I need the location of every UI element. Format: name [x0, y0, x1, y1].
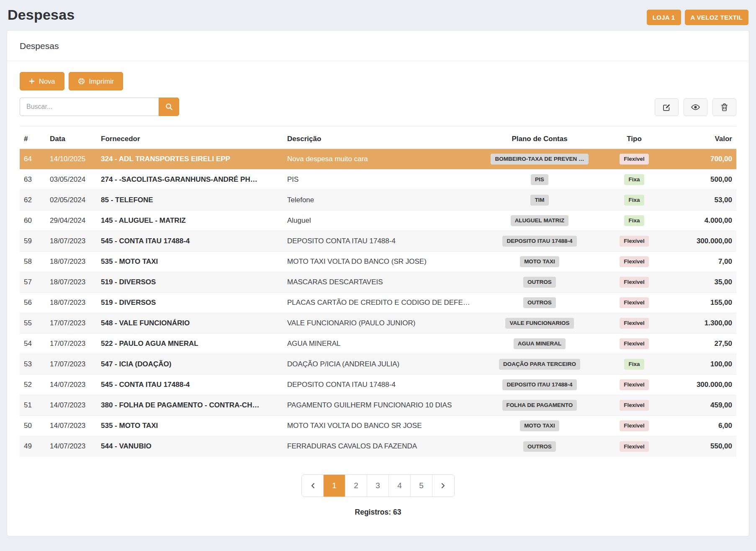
search-icon	[165, 103, 173, 111]
row-number: 49	[20, 436, 46, 457]
plan-badge: DEPOSITO ITAU 17488-4	[502, 236, 576, 247]
table-row[interactable]: 6029/04/2024145 - ALUGUEL - MATRIZAlugue…	[20, 211, 736, 231]
pagination-next-button[interactable]	[432, 475, 454, 497]
pagination-prev-button[interactable]	[302, 475, 324, 497]
page-button-3[interactable]: 3	[367, 475, 389, 497]
store-button-company[interactable]: A VELOZ TEXTIL	[685, 10, 748, 25]
row-description: MOTO TAXI VOLTA DO BANCO SR JOSE	[283, 416, 477, 436]
col-date: Data	[46, 126, 97, 149]
type-badge: Flexível	[620, 400, 649, 411]
plan-badge: TIM	[530, 195, 548, 206]
table-row[interactable]: 4914/07/2023544 - VANUBIOFERRADURAS CAVA…	[20, 436, 736, 457]
row-date: 17/07/2023	[46, 354, 97, 375]
row-type-cell: Fixa	[602, 190, 666, 211]
plan-badge: VALE FUNCIONARIOS	[505, 318, 573, 329]
expenses-table: # Data Fornecedor Descrição Plano de Con…	[20, 126, 736, 457]
table-row[interactable]: 5618/07/2023519 - DIVERSOSPLACAS CARTÃO …	[20, 293, 736, 313]
search-group	[20, 98, 179, 116]
type-badge: Flexível	[620, 256, 649, 267]
row-plan-cell: BOMBEIRO-TAXA DE PREVEN …	[477, 149, 602, 170]
page-button-2[interactable]: 2	[345, 475, 367, 497]
table-row[interactable]: 5417/07/2023522 - PAULO AGUA MNERALAGUA …	[20, 334, 736, 354]
table-row[interactable]: 6202/05/202485 - TELEFONETelefoneTIMFixa…	[20, 190, 736, 211]
row-supplier: 145 - ALUGUEL - MATRIZ	[97, 211, 283, 231]
row-value: 550,00	[666, 436, 736, 457]
page-header: Despesas LOJA 1 A VELOZ TEXTIL	[0, 0, 756, 30]
pagination-wrap: 12345	[20, 474, 736, 497]
row-plan-cell: ALUGUEL MATRIZ	[477, 211, 602, 231]
row-plan-cell: DEPOSITO ITAU 17488-4	[477, 231, 602, 252]
col-type: Tipo	[602, 126, 666, 149]
page-button-4[interactable]: 4	[389, 475, 411, 497]
table-row[interactable]: 5517/07/2023548 - VALE FUNCIONÁRIOVALE F…	[20, 313, 736, 334]
row-number: 63	[20, 170, 46, 190]
view-button[interactable]	[684, 98, 707, 116]
row-type-cell: Flexível	[602, 313, 666, 334]
row-description: AGUA MINERAL	[283, 334, 477, 354]
print-button[interactable]: Imprimir	[69, 72, 123, 90]
search-button[interactable]	[159, 98, 179, 116]
table-row[interactable]: 6303/05/2024274 - -SACOLITAS-GARANHUNS-A…	[20, 170, 736, 190]
row-plan-cell: OUTROS	[477, 436, 602, 457]
row-plan-cell: TIM	[477, 190, 602, 211]
plan-badge: OUTROS	[523, 441, 556, 452]
row-type-cell: Flexível	[602, 436, 666, 457]
row-number: 55	[20, 313, 46, 334]
table-row[interactable]: 5214/07/2023545 - CONTA ITAU 17488-4DEPO…	[20, 375, 736, 395]
row-type-cell: Flexível	[602, 231, 666, 252]
row-supplier: 522 - PAULO AGUA MNERAL	[97, 334, 283, 354]
expenses-table-body: 6414/10/2025324 - ADL TRANSPORTES EIRELI…	[20, 149, 736, 457]
row-date: 14/07/2023	[46, 375, 97, 395]
type-badge: Flexível	[620, 338, 649, 349]
col-description: Descrição	[283, 126, 477, 149]
row-value: 6,00	[666, 416, 736, 436]
row-plan-cell: OUTROS	[477, 293, 602, 313]
row-date: 18/07/2023	[46, 252, 97, 272]
row-number: 50	[20, 416, 46, 436]
table-row[interactable]: 5014/07/2023535 - MOTO TAXIMOTO TAXI VOL…	[20, 416, 736, 436]
plan-badge: ALUGUEL MATRIZ	[511, 215, 569, 226]
row-number: 56	[20, 293, 46, 313]
table-row[interactable]: 5918/07/2023545 - CONTA ITAU 17488-4DEPO…	[20, 231, 736, 252]
row-date: 18/07/2023	[46, 231, 97, 252]
new-expense-label: Nova	[39, 77, 55, 85]
new-expense-button[interactable]: Nova	[20, 72, 64, 90]
toolbar: Nova Imprimir	[20, 72, 736, 90]
store-button-loja1[interactable]: LOJA 1	[647, 10, 681, 25]
row-type-cell: Flexível	[602, 252, 666, 272]
search-input[interactable]	[20, 98, 159, 116]
row-plan-cell: DEPOSITO ITAU 17488-4	[477, 375, 602, 395]
page-button-5[interactable]: 5	[411, 475, 432, 497]
edit-button[interactable]	[655, 98, 679, 116]
row-type-cell: Flexível	[602, 149, 666, 170]
search-row	[20, 98, 736, 116]
type-badge: Fixa	[624, 215, 644, 226]
table-row[interactable]: 5317/07/2023547 - ICIA (DOAÇÃO)DOAÇÃO P/…	[20, 354, 736, 375]
row-number: 53	[20, 354, 46, 375]
row-supplier: 519 - DIVERSOS	[97, 293, 283, 313]
row-type-cell: Flexível	[602, 395, 666, 416]
table-header: # Data Fornecedor Descrição Plano de Con…	[20, 126, 736, 149]
chevron-left-icon	[310, 482, 316, 489]
records-count: Registros: 63	[20, 508, 736, 517]
row-description: MOTO TAXI VOLTA DO BANCO (SR JOSE)	[283, 252, 477, 272]
trash-icon	[721, 103, 728, 111]
row-type-cell: Fixa	[602, 170, 666, 190]
delete-button[interactable]	[712, 98, 736, 116]
row-value: 1.300,00	[666, 313, 736, 334]
table-row[interactable]: 6414/10/2025324 - ADL TRANSPORTES EIRELI…	[20, 149, 736, 170]
row-supplier: 548 - VALE FUNCIONÁRIO	[97, 313, 283, 334]
plan-badge: BOMBEIRO-TAXA DE PREVEN …	[491, 154, 588, 165]
row-date: 14/07/2023	[46, 416, 97, 436]
row-value: 500,00	[666, 170, 736, 190]
row-type-cell: Flexível	[602, 272, 666, 293]
page-button-1[interactable]: 1	[324, 475, 345, 497]
row-type-cell: Flexível	[602, 416, 666, 436]
table-row[interactable]: 5114/07/2023380 - FOLHA DE PAGAMENTO - C…	[20, 395, 736, 416]
table-row[interactable]: 5818/07/2023535 - MOTO TAXIMOTO TAXI VOL…	[20, 252, 736, 272]
table-row[interactable]: 5718/07/2023519 - DIVERSOSMASCARAS DESCA…	[20, 272, 736, 293]
plan-badge: AGUA MINERAL	[514, 338, 566, 349]
row-supplier: 545 - CONTA ITAU 17488-4	[97, 231, 283, 252]
row-number: 64	[20, 149, 46, 170]
row-supplier: 519 - DIVERSOS	[97, 272, 283, 293]
